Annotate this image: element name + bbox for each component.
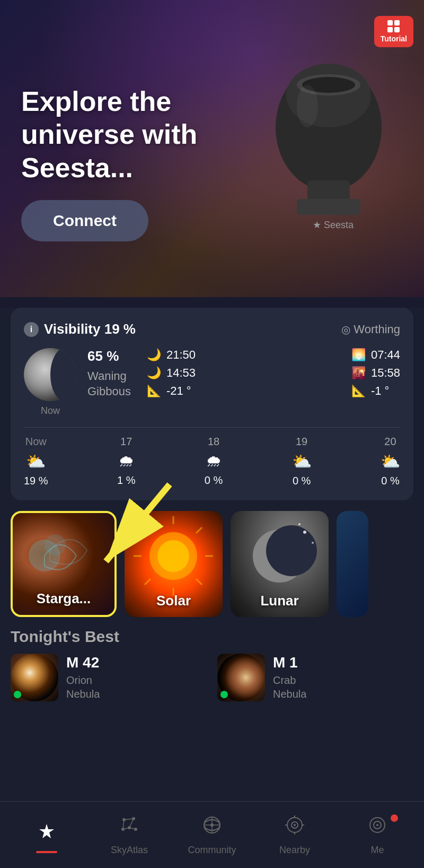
hero-text: Explore the universe with Seesta... Conn…: [21, 85, 197, 241]
nav-item-home[interactable]: [5, 822, 88, 848]
best-item-m1[interactable]: M 1 Crab Nebula: [217, 654, 413, 701]
svg-line-34: [124, 819, 134, 820]
sunset-row: 🌇 15:58: [351, 366, 400, 380]
me-nav-icon: [367, 814, 388, 836]
hour-label-19: 19: [296, 436, 307, 448]
svg-point-13: [157, 540, 189, 572]
m42-status-dot: [14, 691, 21, 698]
moonrise-time: 14:53: [166, 366, 196, 380]
moonset-time: 21:50: [166, 348, 196, 362]
community-nav-icon: [201, 814, 223, 836]
moon-image: [24, 348, 77, 401]
hour-18: 18 🌧 0 %: [205, 436, 223, 487]
hour-19: 19 ⛅ 0 %: [292, 436, 312, 487]
hour-20: 20 ⛅ 0 %: [381, 436, 400, 487]
tutorial-label: Tutorial: [381, 34, 407, 43]
mode-cards-section: Starga...: [11, 511, 413, 617]
cloud-icon-17: 🌧: [118, 452, 134, 470]
sun-times: 🌅 07:44 🌇 15:58 📐 -1 °: [351, 348, 400, 398]
nav-item-nearby[interactable]: Nearby: [253, 814, 336, 856]
moon-angle: -21 °: [166, 384, 191, 398]
location-pin-icon: ◎: [341, 323, 350, 336]
mode-card-lunar[interactable]: Lunar: [231, 511, 329, 617]
sun-angle: -1 °: [371, 384, 389, 398]
info-icon[interactable]: i: [24, 322, 39, 337]
community-label: Community: [188, 845, 236, 856]
hour-label-now: Now: [25, 436, 47, 448]
nav-item-community[interactable]: Community: [171, 814, 253, 856]
hour-pct-17: 1 %: [117, 474, 135, 487]
telescope-image: ★ Seesta: [244, 42, 413, 244]
hour-label-17: 17: [120, 436, 132, 448]
hour-pct-now: 19 %: [24, 475, 48, 487]
hour-pct-19: 0 %: [293, 475, 311, 487]
location: ◎ Worthing: [341, 323, 400, 336]
svg-line-36: [123, 820, 124, 829]
svg-line-19: [196, 527, 202, 533]
moonrise-icon: 🌙: [147, 366, 161, 380]
visibility-header: i Visibility 19 % ◎ Worthing: [24, 321, 400, 337]
m1-name: M 1: [273, 654, 306, 671]
svg-line-21: [196, 579, 202, 585]
mode-card-stargazing[interactable]: Starga...: [11, 511, 117, 617]
svg-rect-4: [307, 180, 350, 202]
hour-label-20: 20: [384, 436, 396, 448]
bottom-nav: SkyAtlas Community: [0, 801, 424, 868]
hour-pct-20: 0 %: [381, 475, 399, 487]
hourly-forecast: Now ⛅ 19 % 17 🌧 1 % 18 🌧 0 % 19 ⛅ 0 % 20: [24, 427, 400, 487]
cloud-icon-now: ⛅: [26, 452, 46, 471]
sunset-icon: 🌇: [351, 366, 366, 380]
hour-pct-18: 0 %: [205, 474, 223, 487]
skyatlas-label: SkyAtlas: [111, 845, 148, 856]
svg-line-35: [129, 819, 134, 828]
hour-label-18: 18: [208, 436, 219, 448]
tutorial-button[interactable]: Tutorial: [374, 16, 413, 47]
cloud-icon-18: 🌧: [206, 452, 222, 470]
svg-point-46: [294, 824, 296, 826]
sun-angle-row: 📐 -1 °: [351, 384, 400, 398]
best-item-m42[interactable]: M 42 Orion Nebula: [11, 654, 207, 701]
svg-point-23: [266, 525, 317, 576]
visibility-body: Now 65 % Waning Gibbous 🌙 21:50 🌙 14:53: [24, 348, 400, 416]
m42-thumbnail: [11, 654, 58, 701]
stargazing-label: Starga...: [37, 591, 91, 607]
tonights-best-title: Tonight's Best: [11, 628, 413, 646]
moon-percent: 65 %: [87, 348, 131, 364]
me-notification-badge: [391, 814, 398, 822]
svg-rect-5: [297, 199, 360, 215]
community-icon: [201, 814, 223, 840]
hour-17: 17 🌧 1 %: [117, 436, 135, 487]
solar-label: Solar: [156, 593, 191, 609]
mode-card-partial[interactable]: [337, 511, 368, 617]
mode-card-solar[interactable]: Solar: [125, 511, 223, 617]
cloud-icon-20: ⛅: [381, 452, 400, 471]
sunrise-row: 🌅 07:44: [351, 348, 400, 362]
nav-active-bar: [36, 851, 57, 853]
moonrise-row: 🌙 14:53: [147, 366, 196, 380]
svg-point-24: [303, 531, 306, 534]
moon-angle-row: 📐 -21 °: [147, 384, 196, 398]
m42-info: M 42 Orion Nebula: [66, 654, 100, 701]
moon-info: 65 % Waning Gibbous: [87, 348, 131, 399]
sunset-time: 15:58: [371, 366, 400, 380]
m1-thumbnail: [217, 654, 265, 701]
moonset-icon: 🌙: [147, 348, 161, 362]
hero-section: Tutorial Explore the universe with Seest…: [0, 0, 424, 297]
sun-angle-icon: 📐: [351, 384, 366, 398]
moon-times: 🌙 21:50 🌙 14:53 📐 -21 °: [147, 348, 196, 398]
connect-button[interactable]: Connect: [21, 200, 148, 241]
nearby-nav-icon: [284, 814, 305, 836]
sunrise-icon: 🌅: [351, 348, 366, 362]
m1-status-dot: [220, 691, 228, 698]
nav-item-me[interactable]: Me: [336, 814, 419, 856]
m1-desc: Crab Nebula: [273, 673, 306, 701]
moon-phase: Waning Gibbous: [87, 369, 131, 399]
hero-title: Explore the universe with Seesta...: [21, 85, 197, 184]
main-content: i Visibility 19 % ◎ Worthing Now 65 % Wa…: [0, 308, 424, 868]
moon-container: Now: [24, 348, 77, 416]
mode-cards: Starga...: [11, 511, 413, 617]
nav-item-skyatlas[interactable]: SkyAtlas: [88, 814, 171, 856]
star-nav-icon: [36, 822, 57, 843]
nav-spacer: [11, 701, 413, 770]
partial-bg: [337, 511, 368, 617]
